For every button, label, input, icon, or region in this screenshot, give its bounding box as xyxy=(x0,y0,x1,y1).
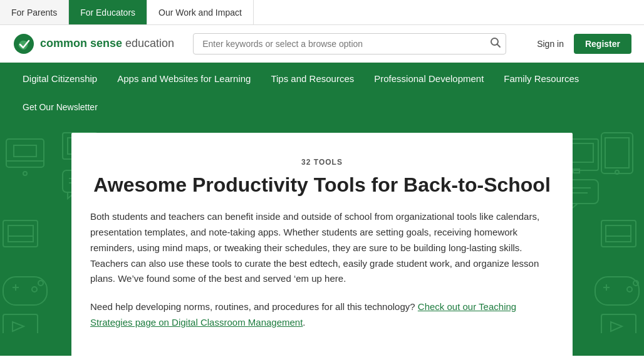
main-nav-professional-dev[interactable]: Professional Development xyxy=(364,63,494,94)
svg-rect-40 xyxy=(606,225,631,242)
top-nav-for-educators[interactable]: For Educators xyxy=(69,0,147,24)
hero-link-prefix: Need help developing norms, routines, an… xyxy=(90,301,415,312)
svg-rect-3 xyxy=(6,139,44,167)
main-nav-newsletter[interactable]: Get Our Newsletter xyxy=(13,94,108,120)
svg-point-6 xyxy=(23,172,27,175)
hero-banner: 32 TOOLS Awesome Productivity Tools for … xyxy=(0,120,644,356)
svg-rect-5 xyxy=(14,145,36,157)
svg-rect-25 xyxy=(605,138,629,168)
logo-icon xyxy=(13,33,35,55)
header-actions: Sign in Register xyxy=(537,34,631,54)
svg-point-26 xyxy=(615,170,619,174)
sign-in-button[interactable]: Sign in xyxy=(537,39,564,49)
logo-text: common sense education xyxy=(40,37,174,50)
svg-rect-42 xyxy=(3,314,38,333)
main-nav-family-resources[interactable]: Family Resources xyxy=(494,63,589,94)
hero-body-text: Both students and teachers can benefit i… xyxy=(90,209,554,287)
svg-point-16 xyxy=(32,287,37,292)
svg-rect-44 xyxy=(601,314,636,333)
hero-link-paragraph: Need help developing norms, routines, an… xyxy=(90,299,554,331)
top-nav-our-work[interactable]: Our Work and Impact xyxy=(147,0,254,24)
main-nav-apps-websites[interactable]: Apps and Websites for Learning xyxy=(107,63,261,94)
top-nav-for-parents[interactable]: For Parents xyxy=(0,0,69,24)
logo: common sense education xyxy=(13,33,174,55)
svg-point-32 xyxy=(627,287,632,292)
search-input[interactable] xyxy=(193,33,506,54)
svg-marker-43 xyxy=(13,322,24,331)
search-bar xyxy=(193,33,506,54)
site-header: common sense education Sign in Register xyxy=(0,25,644,63)
search-icon xyxy=(490,37,501,48)
svg-rect-37 xyxy=(8,225,33,242)
hero-tag: 32 TOOLS xyxy=(90,158,554,167)
register-button[interactable]: Register xyxy=(574,34,631,54)
svg-line-2 xyxy=(497,44,501,47)
main-navigation: Digital Citizenship Apps and Websites fo… xyxy=(0,63,644,120)
search-button[interactable] xyxy=(490,37,501,51)
svg-point-17 xyxy=(38,281,43,286)
hero-content-card: 32 TOOLS Awesome Productivity Tools for … xyxy=(71,133,573,356)
svg-rect-31 xyxy=(595,277,639,305)
hero-link-suffix: . xyxy=(303,317,305,328)
main-nav-digital-citizenship[interactable]: Digital Citizenship xyxy=(13,63,107,94)
top-navigation: For Parents For Educators Our Work and I… xyxy=(0,0,644,25)
hero-title: Awesome Productivity Tools for Back-to-S… xyxy=(90,173,554,197)
main-nav-tips-resources[interactable]: Tips and Resources xyxy=(261,63,364,94)
svg-marker-45 xyxy=(611,322,622,331)
